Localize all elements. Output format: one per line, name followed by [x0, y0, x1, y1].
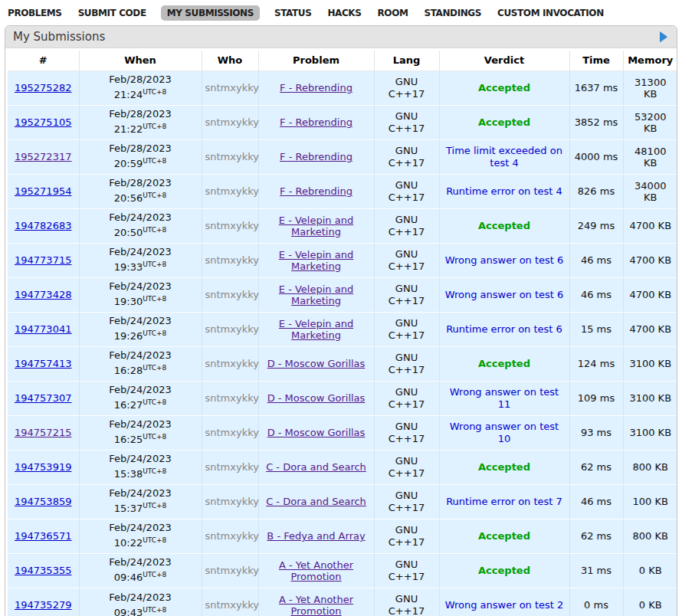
submissions-table-body: 195275282Feb/28/202321:24UTC+8sntmxykkyF… [8, 70, 677, 616]
verdict-label: Wrong answer on test 10 [450, 421, 559, 444]
nav-tab-problems[interactable]: PROBLEMS [6, 5, 64, 21]
submission-date: Feb/24/2023 [83, 591, 198, 604]
problem-link[interactable]: E - Velepin and Marketing [279, 215, 353, 238]
col-header-memory: Memory [623, 51, 677, 70]
submission-id-link[interactable]: 195272317 [15, 151, 71, 162]
nav-tab-room[interactable]: ROOM [375, 5, 409, 21]
submission-row: 194753859Feb/24/202315:37UTC+8sntmxykkyC… [8, 484, 677, 519]
submission-row: 195272317Feb/28/202320:59UTC+8sntmxykkyF… [8, 139, 677, 174]
time-value: 20:56 [114, 193, 143, 205]
submission-date: Feb/28/2023 [83, 74, 198, 86]
submission-date: Feb/28/2023 [83, 108, 198, 120]
submitter-handle: sntmxykky [205, 323, 259, 335]
submission-id-link[interactable]: 195271954 [15, 185, 71, 197]
memory-used: 3100 KB [629, 358, 671, 369]
submission-date: Feb/24/2023 [83, 522, 198, 534]
col-header-time: Time [569, 51, 623, 70]
submission-id-link[interactable]: 194757215 [15, 427, 71, 438]
problem-link[interactable]: E - Velepin and Marketing [279, 283, 353, 306]
problem-link[interactable]: D - Moscow Gorillas [267, 358, 366, 369]
verdict-label: Accepted [478, 530, 530, 542]
time-value: 19:33 [114, 262, 143, 274]
problem-link[interactable]: F - Rebrending [280, 116, 352, 128]
submission-time: 09:43UTC+8 [83, 604, 198, 616]
verdict-label: Accepted [478, 565, 530, 576]
submission-row: 194773041Feb/24/202319:26UTC+8sntmxykkyE… [8, 312, 677, 346]
timezone-label: UTC+8 [143, 88, 166, 96]
nav-tab-status[interactable]: STATUS [273, 5, 313, 21]
submission-time: 19:30UTC+8 [83, 293, 198, 308]
nav-tab-hacks[interactable]: HACKS [326, 5, 362, 21]
memory-used: 4700 KB [629, 323, 671, 335]
submitter-handle: sntmxykky [205, 599, 259, 611]
submission-time: 09:46UTC+8 [83, 568, 198, 584]
submission-id-link[interactable]: 194735279 [15, 599, 71, 611]
submission-date: Feb/28/2023 [83, 177, 198, 189]
exec-time: 124 ms [578, 358, 615, 369]
submission-time: 16:25UTC+8 [83, 431, 198, 446]
submission-time: 19:26UTC+8 [83, 327, 198, 342]
language-label: GNU C++17 [389, 248, 425, 272]
memory-used: 100 KB [633, 496, 668, 507]
submission-id-link[interactable]: 194753919 [15, 461, 71, 473]
problem-link[interactable]: E - Velepin and Marketing [279, 249, 353, 272]
problem-link[interactable]: F - Rebrending [280, 82, 352, 93]
submission-id-link[interactable]: 194782683 [15, 220, 71, 231]
submission-date: Feb/24/2023 [83, 453, 198, 465]
problem-link[interactable]: F - Rebrending [280, 151, 352, 162]
problem-link[interactable]: B - Fedya and Array [267, 530, 365, 542]
submission-id-link[interactable]: 194753859 [15, 496, 71, 507]
memory-used: 48100 KB [634, 146, 666, 169]
language-label: GNU C++17 [389, 214, 425, 238]
submission-date: Feb/24/2023 [83, 418, 198, 431]
verdict-label: Runtime error on test 7 [446, 496, 562, 507]
problem-link[interactable]: D - Moscow Gorillas [267, 427, 366, 438]
submitter-handle: sntmxykky [205, 496, 259, 507]
problem-link[interactable]: A - Yet Another Promotion [279, 594, 353, 616]
problem-link[interactable]: E - Velepin and Marketing [279, 318, 353, 341]
time-value: 21:24 [114, 90, 143, 101]
col-header-lang: Lang [374, 51, 439, 70]
language-label: GNU C++17 [389, 421, 425, 444]
submission-time: 16:27UTC+8 [83, 396, 198, 411]
col-header-verdict: Verdict [439, 51, 569, 70]
problem-link[interactable]: D - Moscow Gorillas [267, 392, 366, 404]
time-value: 19:30 [114, 297, 143, 308]
problem-link[interactable]: A - Yet Another Promotion [279, 559, 353, 582]
submission-id-link[interactable]: 195275105 [15, 116, 71, 128]
submission-id-link[interactable]: 194773428 [15, 289, 71, 300]
time-value: 10:22 [114, 538, 143, 549]
memory-used: 4700 KB [629, 220, 671, 231]
memory-used: 31300 KB [634, 77, 666, 100]
submitter-handle: sntmxykky [205, 185, 259, 197]
problem-link[interactable]: F - Rebrending [280, 185, 352, 197]
nav-tab-custom-invocation[interactable]: CUSTOM INVOCATION [496, 5, 605, 21]
language-label: GNU C++17 [389, 455, 425, 479]
exec-time: 46 ms [581, 254, 612, 266]
submission-time: 16:28UTC+8 [83, 362, 198, 377]
submission-id-link[interactable]: 194773041 [15, 323, 71, 335]
verdict-label: Wrong answer on test 2 [445, 599, 564, 611]
submission-time: 20:56UTC+8 [83, 189, 198, 205]
exec-time: 109 ms [578, 392, 615, 404]
submission-id-link[interactable]: 194735355 [15, 565, 71, 576]
timezone-label: UTC+8 [143, 226, 166, 234]
submission-row: 194757215Feb/24/202316:25UTC+8sntmxykkyD… [8, 415, 677, 450]
submission-id-link[interactable]: 194736571 [15, 530, 71, 542]
my-submissions-panel: My Submissions # When Who Problem Lang V… [5, 25, 677, 616]
memory-used: 4700 KB [629, 254, 671, 266]
expand-right-arrow-icon[interactable] [660, 31, 667, 42]
nav-tab-submit-code[interactable]: SUBMIT CODE [77, 5, 148, 21]
problem-link[interactable]: C - Dora and Search [266, 496, 366, 507]
memory-used: 0 KB [639, 565, 662, 576]
nav-tab-my-submissions[interactable]: MY SUBMISSIONS [161, 5, 260, 21]
submission-id-link[interactable]: 195275282 [15, 82, 71, 93]
submission-id-link[interactable]: 194773715 [15, 254, 71, 266]
verdict-label: Accepted [478, 220, 530, 231]
submission-id-link[interactable]: 194757307 [15, 392, 71, 404]
submission-id-link[interactable]: 194757413 [15, 358, 71, 369]
nav-tab-standings[interactable]: STANDINGS [422, 5, 483, 21]
time-value: 15:37 [114, 503, 143, 515]
panel-caption: My Submissions [5, 26, 677, 48]
problem-link[interactable]: C - Dora and Search [266, 461, 366, 473]
